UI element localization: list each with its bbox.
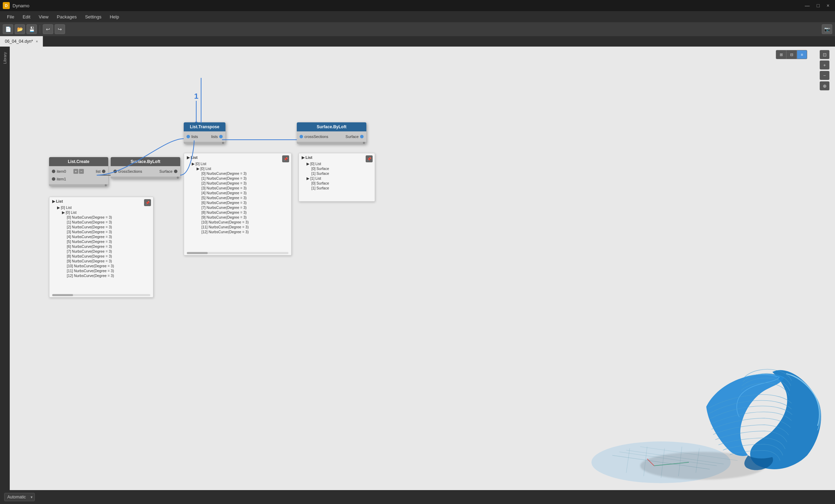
zoom-controls: ⊡ + − ⊕ <box>820 50 829 90</box>
port-remove-button[interactable]: − <box>79 169 84 174</box>
tree-item: ▶ [0] List <box>62 210 150 215</box>
list-create-node[interactable]: List.Create item0 + − list item1 <box>49 157 108 186</box>
tree-item: [0] Surface <box>311 181 372 186</box>
tree-item: [9] NurbsCurve(Degree = 3) <box>201 215 288 220</box>
port-label-surface-2: Surface <box>332 135 359 139</box>
horizontal-scrollbar[interactable] <box>52 294 150 296</box>
footer-dot <box>177 177 179 179</box>
number-value[interactable]: 1 <box>194 92 198 101</box>
3d-viewport <box>591 316 835 490</box>
surface-byloft-2-header: Surface.ByLoft <box>297 122 366 131</box>
tree-item: [3] NurbsCurve(Degree = 3) <box>67 229 150 234</box>
port-dot-crosssections-in[interactable] <box>113 170 117 173</box>
surface-byloft-2-node[interactable]: Surface.ByLoft crossSections Surface <box>297 122 366 144</box>
port-dot-surface-out[interactable] <box>174 170 177 173</box>
tree-item: ▶ [0] List <box>57 205 150 210</box>
menu-help[interactable]: Help <box>105 13 123 21</box>
port-row-crosssections: crossSections Surface <box>111 168 180 175</box>
library-button[interactable]: Library <box>1 49 8 67</box>
open-button[interactable]: 📂 <box>15 24 25 34</box>
split-view-button[interactable]: ⊟ <box>786 50 797 59</box>
surface-byloft-1-body: crossSections Surface <box>111 166 180 177</box>
tree-item: [6] NurbsCurve(Degree = 3) <box>201 200 288 205</box>
pin-button-list-transpose[interactable]: 📌 <box>282 155 289 162</box>
port-label-item0: item0 <box>57 169 73 173</box>
port-label-crosssections-2: crossSections <box>304 135 332 139</box>
surface-byloft-2-footer <box>297 142 366 144</box>
tab-bar: 06_04_04.dyn* × <box>0 36 835 47</box>
tree-item: [12] NurbsCurve(Degree = 3) <box>67 273 150 278</box>
pin-button-list-create[interactable]: 📌 <box>144 199 151 206</box>
horizontal-scrollbar[interactable] <box>187 252 288 254</box>
menu-settings[interactable]: Settings <box>81 13 105 21</box>
tree-item: ▶ [0] List <box>197 166 288 171</box>
tree-item: [5] NurbsCurve(Degree = 3) <box>201 195 288 200</box>
execution-mode-dropdown-wrap[interactable]: Automatic Manual <box>4 493 35 501</box>
new-button[interactable]: 📄 <box>3 24 13 34</box>
save-button[interactable]: 💾 <box>26 24 37 34</box>
tree-item: [1] Surface <box>311 171 372 176</box>
tree-item: [12] NurbsCurve(Degree = 3) <box>201 229 288 234</box>
tree-item: [1] NurbsCurve(Degree = 3) <box>201 176 288 181</box>
preview-list-create: 📌 ▶ List ▶ [0] List ▶ [0] List [0] Nurbs… <box>49 197 153 298</box>
port-dot-crosssections-2-in[interactable] <box>300 135 303 138</box>
tree-item: [7] NurbsCurve(Degree = 3) <box>67 249 150 254</box>
menu-packages[interactable]: Packages <box>53 13 81 21</box>
port-dot-surface-2-out[interactable] <box>360 135 364 138</box>
surface-byloft-1-node[interactable]: Surface.ByLoft crossSections Surface <box>111 157 180 179</box>
maximize-button[interactable]: □ <box>814 3 822 8</box>
zoom-out-button[interactable]: − <box>820 71 829 80</box>
list-transpose-body: lists lists <box>184 131 225 142</box>
app-icon: D <box>3 2 10 9</box>
tree-item: [2] NurbsCurve(Degree = 3) <box>67 225 150 229</box>
port-controls-item0: + − <box>73 169 84 174</box>
tab-current-file[interactable]: 06_04_04.dyn* × <box>0 36 43 47</box>
port-label-item1: item1 <box>57 177 105 181</box>
graph-view-button[interactable]: ⊞ <box>776 50 786 59</box>
zoom-in-button[interactable]: + <box>820 60 829 70</box>
scrollbar-thumb[interactable] <box>52 294 73 296</box>
title-bar: D Dynamo — □ × <box>0 0 835 11</box>
pin-button-surface[interactable]: 📌 <box>366 155 373 162</box>
close-button[interactable]: × <box>824 3 832 8</box>
list-transpose-header: List.Transpose <box>184 122 225 131</box>
screenshot-button[interactable]: 📷 <box>822 24 832 34</box>
port-row-crosssections-2: crossSections Surface <box>297 133 366 140</box>
tree-item: [8] NurbsCurve(Degree = 3) <box>201 210 288 215</box>
port-dot-list[interactable] <box>102 170 105 173</box>
list-view-button[interactable]: ≡ <box>797 50 807 59</box>
footer-dot <box>363 142 365 144</box>
port-add-button[interactable]: + <box>73 169 78 174</box>
undo-button[interactable]: ↩ <box>43 24 53 34</box>
port-dot-lists-out[interactable] <box>219 135 223 138</box>
tab-close-button[interactable]: × <box>36 39 38 43</box>
footer-dot <box>105 184 107 186</box>
scrollbar-thumb[interactable] <box>187 252 208 254</box>
menu-file[interactable]: File <box>3 13 18 21</box>
execution-mode-dropdown[interactable]: Automatic Manual <box>4 493 35 501</box>
port-label-list: list <box>84 169 101 173</box>
fit-view-button[interactable]: ⊡ <box>820 50 829 59</box>
side-panel: Library <box>0 47 10 490</box>
port-dot-item1[interactable] <box>52 177 55 181</box>
port-dot-item0[interactable] <box>52 170 55 173</box>
port-dot-lists-in[interactable] <box>186 135 190 138</box>
tree-item: [10] NurbsCurve(Degree = 3) <box>201 220 288 225</box>
tree-item: [6] NurbsCurve(Degree = 3) <box>67 244 150 249</box>
menu-bar: File Edit View Packages Settings Help <box>0 11 835 22</box>
tree-item: [11] NurbsCurve(Degree = 3) <box>67 268 150 273</box>
redo-button[interactable]: ↪ <box>55 24 65 34</box>
list-transpose-node[interactable]: List.Transpose lists lists <box>184 122 225 144</box>
canvas[interactable]: ⊞ ⊟ ≡ ⊡ + − ⊕ 1 List.Create item0 <box>10 47 835 490</box>
port-row-item1: item1 <box>49 175 108 183</box>
3d-viewport-svg <box>591 316 835 490</box>
tree-item: [1] NurbsCurve(Degree = 3) <box>67 220 150 225</box>
reset-view-button[interactable]: ⊕ <box>820 81 829 90</box>
tree-item: [2] NurbsCurve(Degree = 3) <box>201 181 288 186</box>
menu-view[interactable]: View <box>34 13 53 21</box>
window-controls[interactable]: — □ × <box>802 3 832 8</box>
menu-edit[interactable]: Edit <box>18 13 34 21</box>
minimize-button[interactable]: — <box>802 3 812 8</box>
tree-item: ▶ [1] List <box>307 176 372 181</box>
list-create-footer <box>49 184 108 186</box>
